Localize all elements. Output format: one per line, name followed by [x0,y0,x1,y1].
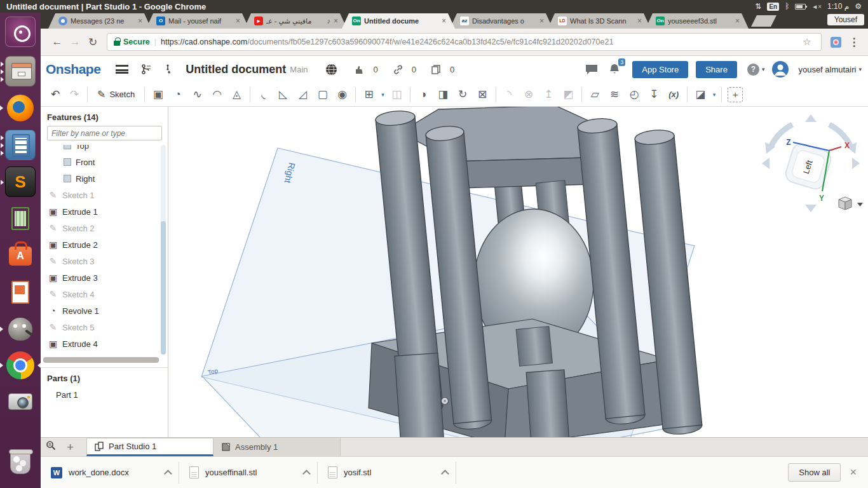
tool-history[interactable]: ◴ [625,88,644,101]
user-name[interactable]: yousef almutairi [798,65,856,74]
feature-row-top[interactable]: Top [41,145,161,154]
close-icon[interactable]: × [637,17,642,25]
tab-messages[interactable]: Messages (23 ne × [48,13,151,29]
shotwell-icon[interactable] [5,386,36,417]
tool-import[interactable]: ↧ [644,88,664,101]
gimp-icon[interactable] [5,314,36,344]
tool-sweep[interactable]: ∿ [187,88,207,101]
close-downloads-icon[interactable]: × [850,466,857,479]
public-globe-icon[interactable] [325,64,337,76]
battery-icon[interactable] [795,4,806,10]
show-all-downloads-button[interactable]: Show all [788,463,841,482]
feature-row-extrude2[interactable]: ▣Extrude 2 [41,236,161,253]
sketch-button[interactable]: ✎ Sketch [91,88,141,100]
rotate-up-arrow[interactable] [805,114,817,122]
tool-extrude[interactable]: ▣ [148,88,168,101]
reload-button[interactable]: ↻ [84,36,102,49]
close-icon[interactable]: × [236,17,240,25]
tool-hole[interactable]: ◉ [332,88,352,101]
bluetooth-icon[interactable]: ᛒ [785,2,789,11]
tab-onshape-document[interactable]: On Untitled docume × [342,13,455,29]
tab-3d-scanning[interactable]: LD What Is 3D Scann × [548,13,651,29]
forward-button[interactable]: → [66,36,84,48]
feature-row-extrude4[interactable]: ▣Extrude 4 [41,336,161,352]
chevron-up-icon[interactable] [164,470,172,478]
tool-fillet[interactable]: ◟ [254,88,273,101]
like-icon[interactable] [355,64,365,75]
pattern-caret-icon[interactable]: ▾ [381,92,384,98]
tool-split[interactable]: ◨ [433,88,453,101]
view-cube[interactable]: Left Z X Y [762,114,863,212]
tab-mail[interactable]: O Mail - yousef naif × [146,13,249,29]
tool-shell[interactable]: ▢ [313,88,332,101]
comments-icon[interactable] [585,64,599,76]
user-menu-caret-icon[interactable]: ▾ [858,66,862,72]
features-horizontal-scrollbar[interactable] [43,357,159,363]
share-button[interactable]: Share [696,61,737,78]
software-center-icon[interactable]: A [5,240,36,271]
tab-part-studio[interactable]: Part Studio 1 [86,438,214,456]
keyboard-layout-indicator[interactable]: En [767,3,779,11]
main-menu-icon[interactable] [116,65,128,74]
tab-stl-file[interactable]: On youseeeef3d.stl × [646,13,749,29]
tool-transform[interactable]: ↻ [453,88,473,101]
clock[interactable]: م 1:10 [827,2,849,11]
tool-plane[interactable]: ▱ [585,88,605,101]
onshape-logo[interactable]: Onshape [41,62,109,77]
tool-helix[interactable]: ≋ [605,88,625,101]
feature-filter-input[interactable] [47,126,162,140]
address-bar[interactable]: Secure | https://cad.onshape.com/documen… [107,33,822,51]
browser-profile-button[interactable]: Yousef [827,14,864,25]
undo-button[interactable]: ↶ [46,88,65,101]
tool-thicken[interactable]: ◬ [227,88,247,101]
add-element-button[interactable]: + [67,440,74,454]
session-gear-icon[interactable]: ⚙ [855,2,862,11]
app-store-button[interactable]: App Store [632,61,688,78]
feature-row-sketch2[interactable]: ✎Sketch 2 [41,220,161,236]
new-tab-button[interactable] [751,15,776,27]
tab-manager-icon[interactable] [46,440,57,454]
part-row[interactable]: Part 1 [41,388,168,402]
feature-row-revolve1[interactable]: ◔Revolve 1 [41,302,161,319]
view-options-caret-icon[interactable] [857,203,863,207]
browser-menu-icon[interactable]: ⋮ [845,36,863,49]
redo-button[interactable]: ↷ [65,88,84,101]
tool-delete-part[interactable]: ⊠ [473,88,492,101]
feature-row-sketch1[interactable]: ✎Sketch 1 [41,187,161,203]
rotate-right-arrow[interactable] [852,158,860,169]
chevron-up-icon[interactable] [302,470,311,478]
close-icon[interactable]: × [442,17,446,25]
tool-delete-face[interactable]: ⊗ [519,88,539,101]
link-icon[interactable] [393,64,403,75]
libreoffice-impress-icon[interactable] [5,277,36,308]
feature-row-right[interactable]: Right [41,170,161,187]
tool-mirror[interactable]: ◫ [387,88,407,101]
feature-row-extrude1[interactable]: ▣Extrude 1 [41,203,161,220]
tab-youtube[interactable]: ▶ مافيني شي - عـ ♪ × [244,13,347,29]
libreoffice-writer-icon[interactable] [5,130,36,160]
rotate-down-arrow[interactable] [805,205,817,212]
libreoffice-calc-icon[interactable] [5,203,36,234]
chrome-icon[interactable] [5,350,36,381]
download-item[interactable]: yosif.stl [318,462,456,484]
close-icon[interactable]: × [138,17,142,25]
view-options-cube-icon[interactable] [839,197,851,210]
tab-disadvantages[interactable]: az Disadvantages o × [450,13,553,29]
ubuntu-dash-icon[interactable] [5,17,36,47]
keyboard-arrows-icon[interactable]: ⇅ [755,2,761,11]
bookmark-star-icon[interactable]: ☆ [798,36,816,48]
tool-draft[interactable]: ◿ [293,88,313,101]
branch-icon[interactable] [163,64,172,75]
sublime-text-icon[interactable]: S [5,166,36,197]
close-icon[interactable]: × [539,17,544,25]
tool-replace-face[interactable]: ◩ [559,88,578,101]
help-caret-icon[interactable]: ▾ [762,66,765,72]
help-button[interactable]: ? [747,64,759,76]
trash-icon[interactable] [5,447,36,477]
workspace-name[interactable]: Main [290,65,308,74]
back-button[interactable]: ← [48,36,66,48]
feature-row-extrude3[interactable]: ▣Extrude 3 [41,269,161,286]
tool-loft[interactable]: ◠ [207,88,227,101]
chevron-up-icon[interactable] [441,470,449,478]
volume-muted-icon[interactable]: ◄× [811,3,822,10]
